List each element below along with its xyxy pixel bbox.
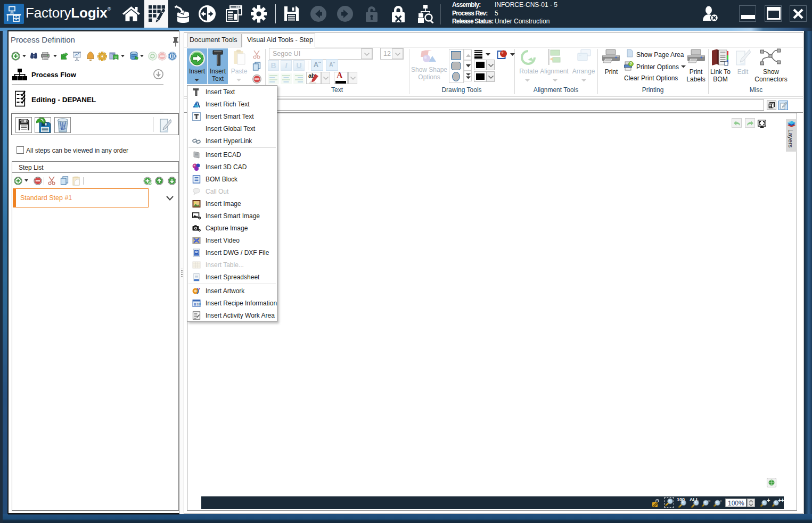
svg-text:?: ?: [630, 62, 632, 65]
svg-text:101: 101: [197, 302, 201, 306]
